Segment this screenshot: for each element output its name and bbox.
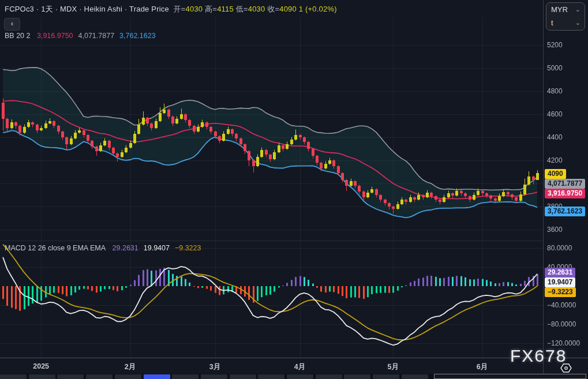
symbol-info-bar: FCPOc3 · 1天 · MDX · Heikin Ashi · Trade … xyxy=(5,4,337,14)
macd-line-value: 19.9407 xyxy=(144,244,170,252)
low-value: 4030 xyxy=(248,5,265,13)
strip-segment-active[interactable] xyxy=(144,374,170,379)
macd-indicator-legend[interactable]: MACD 12 26 close 9 EMA EMA 29.263119.940… xyxy=(5,244,206,252)
high-value: 4115 xyxy=(217,5,234,13)
strip-segment[interactable] xyxy=(230,374,256,379)
strip-segment[interactable] xyxy=(86,374,113,379)
strip-segment[interactable] xyxy=(344,374,370,379)
bb-upper-badge: 4,071.7877 xyxy=(545,179,585,189)
price-tick-5000: 5000 xyxy=(547,64,563,72)
macd-hist-value: 29.2631 xyxy=(113,244,138,252)
fx678-logo-icon xyxy=(560,363,572,373)
macd-legend-title: MACD 12 26 close 9 EMA EMA xyxy=(5,244,106,252)
macd-signal-badge: −9.3223 xyxy=(545,287,576,297)
price-tick-4400: 4400 xyxy=(547,133,563,141)
trading-chart-window: { "header": { "segments": [ {"name":"sym… xyxy=(0,0,588,379)
time-label-2月[interactable]: 2月 xyxy=(125,362,136,372)
chevron-down-icon: ⌄ xyxy=(575,16,580,29)
price-tick-4800: 4800 xyxy=(547,87,563,95)
open-label: 开= xyxy=(169,5,186,13)
strip-segment[interactable] xyxy=(29,374,55,379)
strip-segment[interactable] xyxy=(373,374,399,379)
price-macd-chart[interactable] xyxy=(0,0,543,374)
change-value: 1 (+0.02%) xyxy=(297,5,337,13)
pane-separator[interactable] xyxy=(0,241,543,241)
bb-basis-badge: 3,916.9750 xyxy=(545,189,585,198)
macd-hist-badge: 29.2631 xyxy=(545,268,575,277)
strip-segment[interactable] xyxy=(402,374,428,379)
symbol-title: FCPOc3 · 1天 · MDX · Heikin Ashi · Trade … xyxy=(5,5,169,13)
bb-lower-badge: 3,762.1623 xyxy=(545,207,585,216)
strip-segment[interactable] xyxy=(57,374,84,379)
unit-select-label: t xyxy=(551,18,553,27)
bb-basis-value: 3,916.9750 xyxy=(37,32,73,40)
price-scale[interactable]: 5200500048004600440042003800360080.00004… xyxy=(543,0,588,374)
close-value: 4090 xyxy=(279,5,297,13)
open-value: 4030 xyxy=(186,5,203,13)
time-label-5月[interactable]: 5月 xyxy=(387,362,398,372)
strip-segment[interactable] xyxy=(258,374,284,379)
macd-signal-value: −9.3223 xyxy=(175,244,201,252)
last-price-badge: 4090 xyxy=(545,169,566,179)
time-label-2025[interactable]: 2025 xyxy=(33,362,49,370)
strip-segment[interactable] xyxy=(115,374,141,379)
bb-legend-title: BB 20 2 xyxy=(5,32,30,40)
low-label: 低= xyxy=(234,5,248,13)
strip-segment[interactable] xyxy=(0,374,27,379)
macd-line-badge: 19.9407 xyxy=(545,277,575,287)
price-tick-4200: 4200 xyxy=(547,156,563,164)
strip-segment[interactable] xyxy=(172,374,199,379)
bb-lower-value: 3,762.1623 xyxy=(119,32,156,40)
time-label-3月[interactable]: 3月 xyxy=(209,362,220,372)
price-tick-3600: 3600 xyxy=(547,226,563,234)
bottom-tab-strip[interactable] xyxy=(0,374,588,379)
high-label: 高= xyxy=(203,5,217,13)
currency-select-label: MYR xyxy=(551,5,568,14)
bb-indicator-legend[interactable]: BB 20 2 3,916.97504,071.78773,762.1623 xyxy=(5,32,161,40)
strip-segment[interactable] xyxy=(201,374,227,379)
close-label: 收= xyxy=(265,5,279,13)
time-label-4月[interactable]: 4月 xyxy=(294,362,305,372)
macd-tick--80: −80.0000 xyxy=(547,320,576,328)
price-tick-4600: 4600 xyxy=(547,110,563,118)
back-button[interactable]: ‹ xyxy=(4,18,20,31)
strip-outline-box[interactable] xyxy=(434,374,586,379)
strip-segment[interactable] xyxy=(287,374,313,379)
unit-select[interactable]: t⌄ xyxy=(546,16,585,29)
strip-segment[interactable] xyxy=(316,374,342,379)
currency-unit-panel: MYR⌄t⌄ xyxy=(546,2,585,31)
chevron-down-icon: ⌄ xyxy=(575,3,580,16)
bb-upper-value: 4,071.7877 xyxy=(78,32,115,40)
time-scale[interactable]: 20252月3月4月5月6月 xyxy=(0,358,588,374)
time-label-6月[interactable]: 6月 xyxy=(477,362,488,372)
price-tick-5200: 5200 xyxy=(547,41,563,49)
currency-select[interactable]: MYR⌄ xyxy=(546,3,585,16)
macd-tick--40: −40.0000 xyxy=(547,301,576,309)
fx678-watermark: FX678 xyxy=(510,346,567,366)
macd-tick-80: 80.0000 xyxy=(547,244,572,252)
